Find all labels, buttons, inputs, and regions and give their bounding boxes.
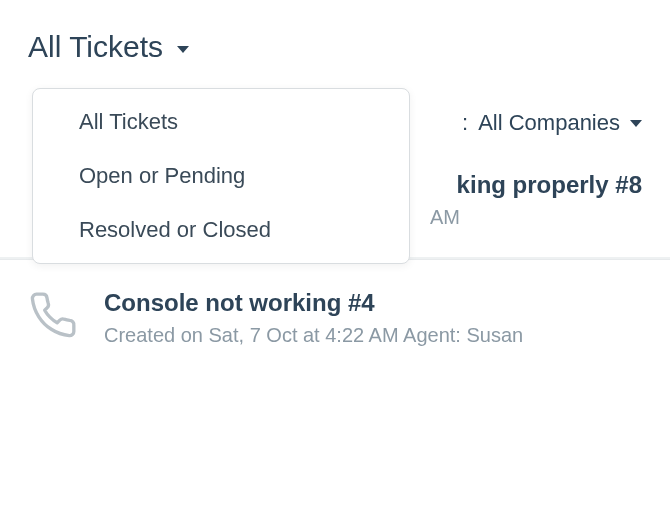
dropdown-item-resolved-closed[interactable]: Resolved or Closed: [33, 203, 409, 257]
dropdown-item-label: Open or Pending: [79, 163, 245, 188]
ticket-filter-dropdown: All Tickets Open or Pending Resolved or …: [32, 88, 410, 264]
companies-filter-dropdown-trigger[interactable]: : All Companies: [462, 110, 642, 136]
ticket-meta: Created on Sat, 7 Oct at 4:22 AM Agent: …: [104, 324, 642, 347]
caret-down-icon: [630, 120, 642, 127]
dropdown-item-label: All Tickets: [79, 109, 178, 134]
ticket-filter-label: All Tickets: [28, 30, 163, 64]
companies-filter-prefix: :: [462, 110, 468, 136]
companies-filter-label: All Companies: [478, 110, 620, 136]
dropdown-item-all-tickets[interactable]: All Tickets: [33, 95, 409, 149]
ticket-title: Console not working #4: [104, 288, 642, 318]
caret-down-icon: [177, 46, 189, 53]
ticket-row[interactable]: Console not working #4 Created on Sat, 7…: [0, 259, 670, 375]
phone-icon: [28, 290, 78, 340]
ticket-filter-dropdown-trigger[interactable]: All Tickets: [28, 30, 189, 64]
dropdown-item-label: Resolved or Closed: [79, 217, 271, 242]
dropdown-item-open-pending[interactable]: Open or Pending: [33, 149, 409, 203]
